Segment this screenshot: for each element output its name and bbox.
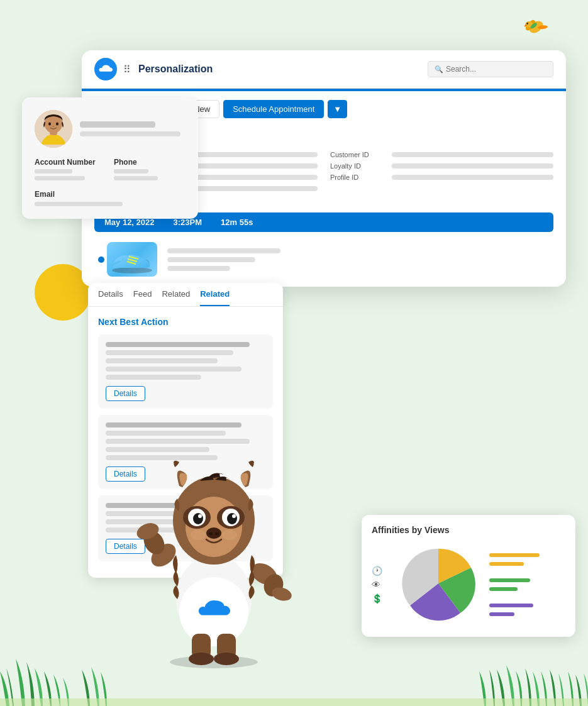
grid-icon: ⠿ xyxy=(123,63,131,75)
legend-bar-green-2 xyxy=(489,587,518,591)
nba-title: Next Best Action xyxy=(98,317,273,327)
svg-point-38 xyxy=(209,532,213,536)
field-bar xyxy=(114,169,148,174)
tab-related-2[interactable]: Related xyxy=(200,283,230,306)
tab-related-1[interactable]: Related xyxy=(162,283,190,306)
svg-point-39 xyxy=(215,532,219,536)
nba-bar xyxy=(106,350,233,355)
eye-icon: 👁 xyxy=(372,580,382,590)
user-profile-card: Account Number Phone Email xyxy=(22,97,198,219)
dropdown-button[interactable]: ▼ xyxy=(328,100,347,118)
search-icon: 🔍 xyxy=(435,65,443,74)
svg-point-36 xyxy=(232,514,236,518)
clock-icon: 🕐 xyxy=(372,566,382,576)
details-button-1[interactable]: Details xyxy=(106,386,145,401)
svg-rect-42 xyxy=(0,698,588,706)
nba-item-bars xyxy=(106,342,265,380)
svg-point-12 xyxy=(56,123,58,126)
svg-point-11 xyxy=(48,123,51,126)
svg-point-35 xyxy=(198,514,202,518)
nba-bar xyxy=(106,358,218,363)
nav-bar: ⠿ Personalization 🔍 xyxy=(82,50,566,89)
svg-point-40 xyxy=(191,530,206,540)
affinities-card: Affinities by Views 🕐 👁 💲 xyxy=(362,515,575,637)
timeline-time: 3:23PM xyxy=(174,218,202,227)
attr-label: Profile ID xyxy=(330,174,387,181)
svg-point-25 xyxy=(189,653,214,665)
salesforce-logo xyxy=(94,58,117,80)
account-number-label: Account Number xyxy=(35,158,106,167)
dollar-icon: 💲 xyxy=(372,593,382,604)
user-name-bars xyxy=(80,121,180,136)
timeline-text-bars xyxy=(167,248,280,271)
attr-value-bar xyxy=(392,163,553,168)
text-bar xyxy=(167,257,255,262)
nba-tabs: Details Feed Related Related xyxy=(88,283,283,307)
svg-point-7 xyxy=(112,267,152,273)
attr-loyalty-id: Loyalty ID xyxy=(330,162,553,170)
svg-point-34 xyxy=(227,513,237,524)
timeline-date: May 12, 2022 xyxy=(104,218,155,227)
attr-customer-id: Customer ID xyxy=(330,151,553,158)
legend-item-yellow xyxy=(489,553,565,557)
affinity-icons-column: 🕐 👁 💲 xyxy=(372,566,382,604)
attr-profile-id: Profile ID xyxy=(330,174,553,181)
name-bar-primary xyxy=(80,121,155,128)
timeline-duration: 12m 55s xyxy=(221,218,253,227)
nba-item-1: Details xyxy=(98,334,273,409)
svg-point-13 xyxy=(53,126,55,127)
attr-label: Customer ID xyxy=(330,151,387,158)
legend-section xyxy=(489,553,565,616)
legend-item-green-2 xyxy=(489,587,565,591)
svg-point-14 xyxy=(170,656,258,668)
legend-bar-purple-2 xyxy=(489,612,514,616)
affinities-content: 🕐 👁 💲 xyxy=(372,543,565,627)
legend-bar-purple xyxy=(489,604,533,607)
nba-bar xyxy=(106,367,241,372)
avatar xyxy=(35,110,72,148)
svg-point-33 xyxy=(193,513,203,524)
nba-bar xyxy=(106,422,241,427)
legend-item-yellow-2 xyxy=(489,562,565,566)
app-title: Personalization xyxy=(138,63,213,75)
attr-value-bar xyxy=(392,175,553,180)
attr-label: Loyalty ID xyxy=(330,162,387,170)
svg-point-37 xyxy=(206,527,221,539)
tab-details[interactable]: Details xyxy=(98,283,123,306)
text-bar xyxy=(167,248,280,253)
legend-item-purple xyxy=(489,604,565,607)
legend-item-green xyxy=(489,578,565,582)
attr-value-bar xyxy=(392,152,553,157)
legend-bar-green xyxy=(489,578,530,582)
phone-field: Phone xyxy=(114,158,186,180)
user-fields: Account Number Phone xyxy=(35,158,186,180)
email-label: Email xyxy=(35,190,55,199)
affinities-title: Affinities by Views xyxy=(372,525,565,535)
bird-icon xyxy=(515,8,557,49)
phone-label: Phone xyxy=(114,158,186,167)
search-input[interactable] xyxy=(446,65,546,74)
legend-item-purple-2 xyxy=(489,612,565,616)
shoe-image xyxy=(107,242,157,277)
text-bar xyxy=(167,266,230,271)
search-bar[interactable]: 🔍 xyxy=(428,61,553,77)
user-header xyxy=(35,110,186,148)
nba-bar xyxy=(106,375,201,380)
account-number-field: Account Number xyxy=(35,158,106,180)
legend-bar-yellow-2 xyxy=(489,562,524,566)
phone-bars xyxy=(114,169,186,180)
legend-bar-yellow xyxy=(489,553,540,557)
name-bar-secondary xyxy=(80,131,180,136)
schedule-appointment-button[interactable]: Schedule Appointment xyxy=(223,100,324,118)
svg-point-26 xyxy=(214,653,239,665)
mascot xyxy=(126,429,302,668)
account-number-bars xyxy=(35,169,106,180)
svg-point-41 xyxy=(222,530,237,540)
field-bar xyxy=(114,176,158,180)
nba-bar xyxy=(106,342,250,347)
pie-chart-section xyxy=(397,543,479,627)
email-bar xyxy=(35,202,123,206)
field-bar xyxy=(35,169,72,174)
email-section: Email xyxy=(35,188,186,206)
tab-feed[interactable]: Feed xyxy=(133,283,152,306)
